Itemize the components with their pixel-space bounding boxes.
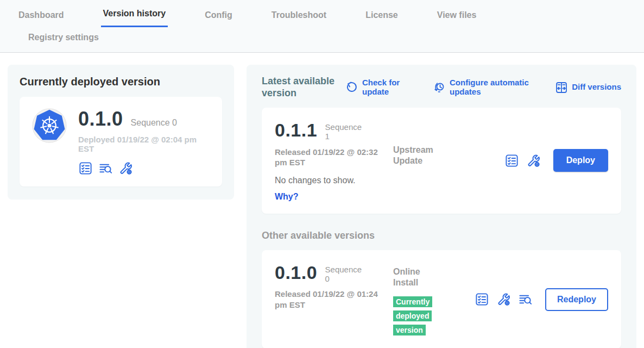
- latest-version-info: 0.1.1 Sequence 1 Released 01/19/22 @ 02:…: [275, 120, 388, 202]
- other-sequence-label: Sequence 0: [325, 265, 364, 284]
- redeploy-button[interactable]: Redeploy: [545, 288, 608, 311]
- tab-view-files[interactable]: View files: [435, 10, 479, 27]
- view-logs-icon[interactable]: [98, 161, 113, 176]
- latest-version-number: 0.1.1: [275, 120, 317, 140]
- other-available-versions-title: Other available versions: [262, 230, 621, 241]
- currently-deployed-badge: Currently deployed version: [393, 296, 432, 335]
- edit-config-icon[interactable]: [118, 161, 133, 176]
- top-navigation: Dashboard Version history Config Trouble…: [0, 0, 644, 53]
- configure-automatic-updates-link[interactable]: Configure automatic updates: [433, 78, 541, 97]
- other-actions: Redeploy: [475, 288, 608, 311]
- edit-config-icon[interactable]: [496, 292, 511, 307]
- preflight-checklist-icon[interactable]: [78, 161, 93, 176]
- check-for-update-link[interactable]: Check for update: [345, 78, 410, 97]
- available-versions-panel: Latest available version Check for updat…: [247, 65, 636, 348]
- latest-source-label: Upstream Update: [393, 145, 445, 166]
- latest-available-title: Latest available version: [262, 76, 338, 99]
- deployed-sequence-label: Sequence 0: [131, 118, 177, 128]
- tab-config[interactable]: Config: [203, 10, 235, 27]
- available-header: Latest available version Check for updat…: [262, 76, 621, 99]
- deploy-button[interactable]: Deploy: [553, 149, 608, 172]
- tab-troubleshoot[interactable]: Troubleshoot: [269, 10, 329, 27]
- latest-version-card: 0.1.1 Sequence 1 Released 01/19/22 @ 02:…: [262, 108, 621, 214]
- latest-sequence-label: Sequence 1: [325, 122, 364, 141]
- schedule-update-icon: [433, 81, 446, 94]
- preflight-checklist-icon[interactable]: [504, 153, 519, 168]
- tab-license[interactable]: License: [363, 10, 400, 27]
- nav-row-1: Dashboard Version history Config Trouble…: [16, 0, 644, 27]
- tab-registry-settings[interactable]: Registry settings: [26, 33, 101, 49]
- no-changes-text: No changes to show.: [275, 176, 388, 185]
- deployed-version-number: 0.1.0: [78, 108, 123, 130]
- latest-released-timestamp: Released 01/19/22 @ 02:32 pm EST: [275, 147, 388, 168]
- view-logs-icon[interactable]: [518, 292, 533, 307]
- other-version-info: 0.1.0 Sequence 0 Released 01/19/22 @ 01:…: [275, 262, 388, 310]
- main-content: Currently deployed version: [0, 53, 644, 348]
- deployed-version-info: 0.1.0 Sequence 0 Deployed 01/19/22 @ 02:…: [78, 108, 210, 176]
- tab-dashboard[interactable]: Dashboard: [16, 10, 66, 27]
- edit-config-icon[interactable]: [526, 153, 541, 168]
- latest-source-column: Upstream Update: [393, 120, 475, 166]
- deployed-timestamp: Deployed 01/19/22 @ 02:04 pm EST: [78, 135, 210, 153]
- other-source-column: Online Install Currently deployed versio…: [393, 262, 475, 337]
- why-link[interactable]: Why?: [275, 192, 299, 202]
- kubernetes-logo-icon: [31, 108, 67, 146]
- other-source-label: Online Install: [393, 266, 445, 288]
- preflight-checklist-icon[interactable]: [475, 292, 489, 307]
- currently-deployed-title: Currently deployed version: [20, 76, 222, 88]
- other-version-number: 0.1.0: [275, 262, 317, 283]
- diff-versions-link[interactable]: Diff versions: [555, 81, 621, 94]
- currently-deployed-panel: Currently deployed version: [8, 65, 234, 200]
- diff-icon: [555, 81, 568, 94]
- nav-row-2: Registry settings: [16, 27, 644, 52]
- other-version-card: 0.1.0 Sequence 0 Released 01/19/22 @ 01:…: [262, 250, 621, 348]
- deployed-version-card: 0.1.0 Sequence 0 Deployed 01/19/22 @ 02:…: [20, 97, 222, 187]
- tab-version-history[interactable]: Version history: [101, 9, 168, 27]
- refresh-icon: [345, 81, 358, 94]
- latest-actions: Deploy: [504, 149, 608, 172]
- other-released-timestamp: Released 01/19/22 @ 01:24 pm EST: [275, 289, 388, 310]
